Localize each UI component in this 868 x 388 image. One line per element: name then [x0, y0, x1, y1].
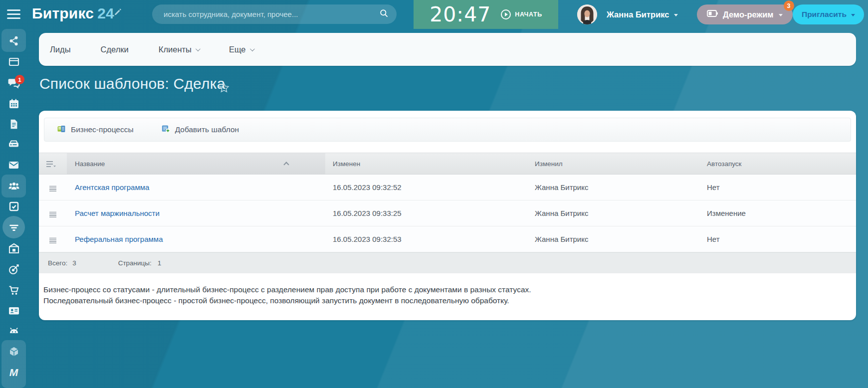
- modified-by-cell: Жанна Битрикс: [535, 175, 588, 200]
- page-title: Список шаблонов: Сделка: [39, 75, 225, 92]
- bp-description: Бизнес-процесс со статусами - длительный…: [43, 284, 531, 306]
- description-line: Последовательный бизнес-процесс - просто…: [43, 295, 531, 306]
- autorun-cell: Нет: [707, 226, 720, 252]
- chevron-down-icon: [250, 46, 255, 51]
- modified-cell: 16.05.2023 09:33:25: [333, 200, 402, 226]
- column-header-modified-by[interactable]: Изменил: [535, 153, 563, 174]
- pages-value[interactable]: 1: [158, 259, 162, 267]
- add-template-icon: [162, 125, 170, 135]
- edit-pencil-icon[interactable]: [114, 7, 123, 18]
- grid-footer: Всего: 3 Страницы: 1: [39, 252, 856, 273]
- column-header-autorun[interactable]: Автозапуск: [707, 153, 742, 174]
- clock-time: 20:47: [430, 4, 491, 25]
- modified-by-cell: Жанна Битрикс: [535, 200, 588, 226]
- bitrix24-app: Битрикс24 20:47 НАЧАТЬ Жанна Битрикс Дем…: [0, 0, 868, 388]
- robot-icon[interactable]: [7, 324, 20, 337]
- document-icon[interactable]: [7, 118, 20, 131]
- crm-nav-bar: Лиды Сделки Клиенты Еще: [39, 33, 856, 66]
- table-row: Расчет маржинальности 16.05.2023 09:33:2…: [39, 200, 856, 226]
- tasks-icon[interactable]: [7, 200, 20, 213]
- chevron-down-icon: [779, 14, 783, 16]
- logo-24: 24: [97, 5, 114, 21]
- autorun-cell: Изменение: [707, 200, 746, 226]
- grid-header: Название Изменен Изменил Автозапуск: [39, 153, 856, 175]
- crm-funnel-icon[interactable]: [7, 221, 20, 234]
- calendar-icon[interactable]: [7, 97, 20, 110]
- toolbar: Бизнес-процессы Добавить шаблон: [44, 118, 851, 142]
- sites-cube-icon[interactable]: [7, 345, 20, 358]
- search-icon[interactable]: [379, 8, 389, 20]
- row-drag-icon[interactable]: [49, 210, 57, 219]
- modified-cell: 16.05.2023 09:32:53: [333, 226, 402, 252]
- template-link[interactable]: Расчет маржинальности: [75, 200, 160, 226]
- chat-badge: 1: [15, 75, 24, 84]
- logo: Битрикс24: [32, 5, 114, 22]
- template-list-card: Бизнес-процессы Добавить шаблон Название…: [39, 111, 856, 320]
- add-template-button[interactable]: Добавить шаблон: [162, 125, 239, 135]
- tab-deals[interactable]: Сделки: [101, 45, 129, 54]
- modified-cell: 16.05.2023 09:32:52: [333, 175, 402, 200]
- contact-card-icon[interactable]: [7, 304, 20, 317]
- template-link[interactable]: Реферальная программа: [75, 226, 163, 252]
- shop-cart-icon[interactable]: [7, 284, 20, 297]
- total-label: Всего:: [48, 259, 67, 267]
- table-row: Агентская программа 16.05.2023 09:32:52 …: [39, 175, 856, 200]
- battery-icon: [707, 10, 718, 19]
- column-header-name[interactable]: Название: [75, 153, 105, 174]
- user-avatar[interactable]: [577, 4, 597, 24]
- favorite-star-icon[interactable]: [218, 82, 230, 96]
- business-processes-button[interactable]: Бизнес-процессы: [57, 125, 134, 135]
- tab-more[interactable]: Еще: [229, 45, 253, 54]
- desktop-icon[interactable]: [7, 55, 20, 68]
- marketing-target-icon[interactable]: [7, 263, 20, 276]
- pages-label: Страницы:: [118, 259, 152, 267]
- tab-leads[interactable]: Лиды: [50, 45, 71, 54]
- total-value: 3: [72, 259, 76, 267]
- chevron-down-icon: [851, 14, 855, 16]
- column-header-modified[interactable]: Изменен: [333, 153, 360, 174]
- logo-brand: Битрикс: [32, 5, 94, 21]
- chevron-down-icon: [196, 46, 201, 51]
- tab-clients[interactable]: Клиенты: [159, 45, 199, 54]
- main-menu-icon[interactable]: [7, 9, 20, 19]
- user-menu[interactable]: Жанна Битрикс: [607, 0, 678, 29]
- global-search: [152, 4, 397, 24]
- chevron-down-icon: [674, 14, 678, 16]
- demo-mode-button[interactable]: Демо-режим 3: [697, 4, 793, 24]
- left-sidebar: 1: [0, 29, 27, 388]
- start-workday-button[interactable]: НАЧАТЬ: [501, 9, 542, 19]
- mail-icon[interactable]: [7, 159, 20, 172]
- play-icon: [501, 9, 511, 19]
- invite-button[interactable]: Пригласить: [793, 4, 864, 24]
- template-link[interactable]: Агентская программа: [75, 175, 149, 200]
- autorun-cell: Нет: [707, 175, 720, 200]
- warehouse-icon[interactable]: [7, 242, 20, 255]
- grid-settings-icon[interactable]: [46, 160, 56, 170]
- community-icon[interactable]: [7, 34, 20, 47]
- search-input[interactable]: [164, 10, 379, 18]
- row-drag-icon[interactable]: [49, 236, 57, 245]
- people-icon[interactable]: [7, 180, 20, 193]
- row-drag-icon[interactable]: [49, 185, 57, 194]
- demo-notification-badge: 3: [784, 0, 794, 11]
- description-line: Бизнес-процесс со статусами - длительный…: [43, 284, 531, 295]
- time-tracker-panel: 20:47 НАЧАТЬ: [414, 0, 558, 29]
- user-name: Жанна Битрикс: [607, 10, 669, 19]
- drive-icon[interactable]: [7, 138, 20, 151]
- modified-by-cell: Жанна Битрикс: [535, 226, 588, 252]
- market-m-icon[interactable]: M: [7, 366, 20, 379]
- business-processes-icon: [57, 125, 66, 135]
- table-row: Реферальная программа 16.05.2023 09:32:5…: [39, 226, 856, 252]
